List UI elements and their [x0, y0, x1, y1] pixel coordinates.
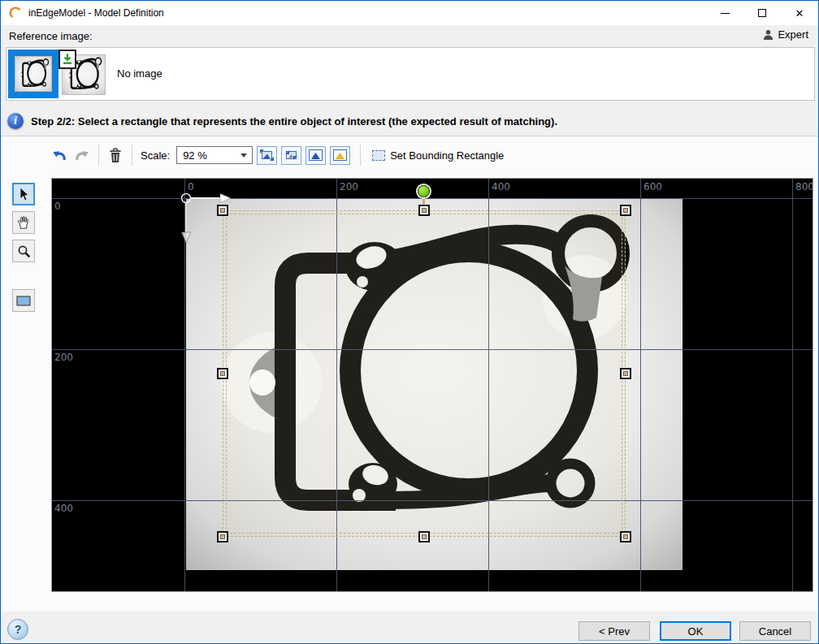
resize-handle-bottom-right[interactable] [620, 531, 631, 542]
expert-button[interactable]: Expert [763, 28, 808, 41]
handle-dot [220, 208, 225, 213]
rotation-handle[interactable] [418, 185, 430, 197]
grid-line-vertical [640, 179, 641, 591]
load-image-icon [58, 50, 76, 69]
rectangle-tool-button[interactable] [12, 289, 35, 312]
editor-toolbar: Scale: 92 % [48, 143, 510, 167]
undo-icon [51, 147, 67, 163]
pan-tool-button[interactable] [12, 211, 35, 234]
zoom-in-button[interactable] [257, 146, 277, 165]
minimize-button[interactable] [706, 1, 743, 25]
cancel-button[interactable]: Cancel [739, 621, 811, 641]
bounding-rectangle-inner-border [226, 214, 622, 534]
reference-thumbnail-selected[interactable] [8, 50, 58, 98]
grid-line-horizontal [52, 198, 812, 199]
handle-dot [220, 371, 225, 376]
handle-dot [623, 371, 628, 376]
ruler-label-x: 400 [492, 181, 510, 192]
redo-icon [74, 147, 90, 163]
ruler-label-y: 200 [54, 352, 73, 363]
trash-icon [108, 148, 123, 163]
close-icon: ✕ [795, 7, 804, 19]
help-button[interactable]: ? [7, 619, 28, 640]
ruler-label-x: 800 [795, 181, 813, 192]
expert-label: Expert [778, 28, 808, 41]
window-title: inEdgeModel - Model Definition [28, 7, 164, 19]
dialog-footer: ? < Prev OK Cancel [1, 612, 818, 644]
zoom-out-icon [284, 149, 298, 161]
handle-dot [623, 208, 628, 213]
chevron-down-icon [240, 153, 247, 158]
handle-dot [623, 534, 628, 539]
handle-dot [422, 208, 427, 213]
toolbar-separator [132, 145, 132, 166]
scale-label: Scale: [141, 149, 170, 162]
resize-handle-bottom-left[interactable] [217, 531, 228, 542]
resize-handle-middle-left[interactable] [217, 368, 228, 379]
handle-dot [220, 534, 225, 539]
reference-thumbnail-image [15, 56, 52, 92]
model-definition-dialog: inEdgeModel - Model Definition ✕ Referen… [0, 0, 819, 644]
resize-handle-top-left[interactable] [217, 205, 228, 216]
image-canvas[interactable]: 0 200 400 600 800 0 200 400 [51, 178, 813, 592]
resize-handle-top-center[interactable] [418, 205, 430, 216]
resize-handle-bottom-center[interactable] [418, 531, 430, 542]
close-button[interactable]: ✕ [781, 1, 818, 25]
step-info-bar: i Step 2/2: Select a rectangle that repr… [1, 106, 818, 136]
hand-icon [16, 215, 31, 230]
zoom-tool-button[interactable] [12, 240, 35, 262]
scale-combobox[interactable]: 92 % [176, 146, 253, 164]
canvas-tools [12, 183, 35, 318]
step-instruction: Step 2/2: Select a rectangle that repres… [31, 115, 557, 128]
bounding-rectangle-icon [372, 150, 385, 161]
set-bounding-rectangle-button[interactable]: Set Bounding Rectangle [366, 145, 510, 166]
info-icon: i [7, 113, 24, 129]
user-icon [763, 29, 774, 40]
fit-to-window-button[interactable] [306, 146, 326, 165]
title-bar: inEdgeModel - Model Definition ✕ [1, 1, 818, 25]
delete-button[interactable] [104, 145, 127, 166]
ok-button[interactable]: OK [660, 621, 731, 641]
fit-to-window-icon [309, 149, 323, 161]
prev-button[interactable]: < Prev [578, 621, 650, 641]
ruler-label-y: 400 [54, 503, 73, 514]
reference-image-label: Reference image: [9, 30, 93, 42]
grid-line-vertical [792, 179, 793, 591]
rectangle-icon [16, 296, 31, 306]
handle-dot [422, 534, 427, 539]
no-image-label: No image [117, 67, 162, 80]
maximize-icon [758, 9, 766, 17]
scale-value: 92 % [183, 149, 207, 162]
ruler-label-x: 0 [188, 181, 194, 192]
reference-image-panel: No image [6, 47, 815, 101]
undo-button[interactable] [48, 145, 71, 166]
original-size-button[interactable] [330, 146, 350, 165]
editor-area: Scale: 92 % [1, 136, 818, 612]
resize-handle-top-right[interactable] [620, 205, 631, 216]
select-tool-button[interactable] [12, 183, 35, 205]
toolbar-separator [98, 145, 99, 166]
redo-button[interactable] [71, 145, 93, 166]
magnifier-icon [17, 244, 31, 258]
zoom-in-icon [260, 149, 274, 161]
app-logo-icon [9, 6, 22, 19]
ruler-label-x: 200 [340, 181, 358, 192]
zoom-out-button[interactable] [281, 146, 301, 165]
ruler-label-y: 0 [54, 201, 61, 212]
set-bounding-rectangle-label: Set Bounding Rectangle [390, 149, 504, 162]
resize-handle-middle-right[interactable] [620, 368, 631, 379]
original-size-icon [333, 149, 347, 161]
bounding-rectangle-selection[interactable] [223, 210, 626, 537]
maximize-button[interactable] [743, 1, 781, 25]
minimize-icon [721, 13, 730, 14]
ruler-label-x: 600 [644, 181, 662, 192]
cursor-arrow-icon [17, 187, 30, 201]
toolbar-separator [360, 145, 361, 166]
